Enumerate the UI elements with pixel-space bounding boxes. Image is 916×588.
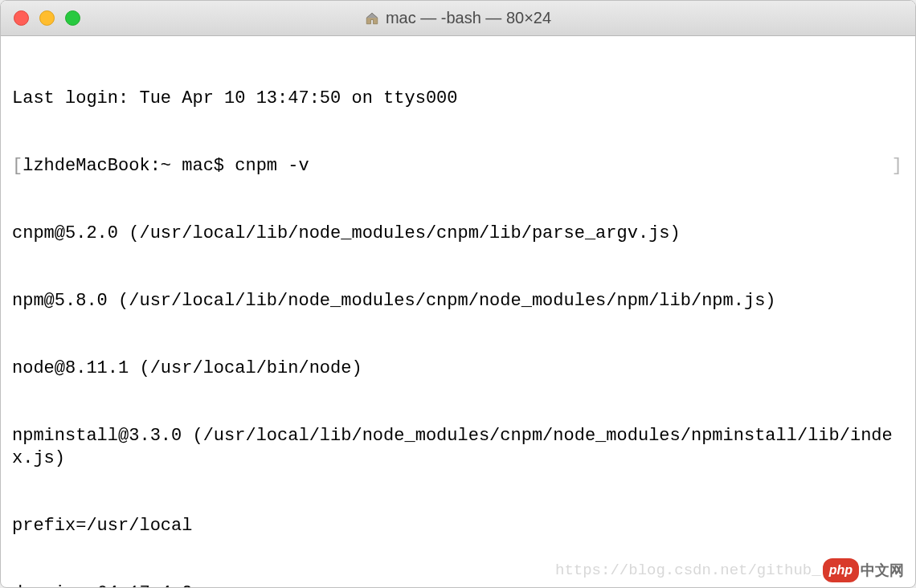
terminal-line: node@8.11.1 (/usr/local/bin/node) [12,357,904,380]
minimize-button[interactable] [39,10,55,26]
title-center: mac — -bash — 80×24 [1,9,915,27]
watermark-text: https://blog.csdn.net/github_ [555,559,821,582]
terminal-line: npminstall@3.3.0 (/usr/local/lib/node_mo… [12,425,904,470]
traffic-lights [1,10,80,26]
terminal-line: [lzhdeMacBook:~ mac$ cnpm -v] [12,155,904,178]
right-bracket: ] [892,155,902,178]
terminal-line: npm@5.8.0 (/usr/local/lib/node_modules/c… [12,290,904,312]
window-title: mac — -bash — 80×24 [386,9,551,27]
terminal-line: Last login: Tue Apr 10 13:47:50 on ttys0… [12,88,904,110]
terminal-output[interactable]: Last login: Tue Apr 10 13:47:50 on ttys0… [1,36,915,587]
terminal-line: darwin x64 17.4.0 [12,582,904,587]
titlebar: mac — -bash — 80×24 [1,1,915,36]
left-bracket: [ [12,156,22,176]
home-icon [365,11,379,26]
terminal-text: lzhdeMacBook:~ mac$ cnpm -v [22,156,309,176]
watermark-badge: php [823,558,859,582]
terminal-line: cnpm@5.2.0 (/usr/local/lib/node_modules/… [12,223,904,245]
maximize-button[interactable] [65,10,80,26]
terminal-line: prefix=/usr/local [12,515,904,537]
terminal-window: mac — -bash — 80×24 Last login: Tue Apr … [0,0,916,588]
watermark: https://blog.csdn.net/github_ php 中文网 [555,558,904,582]
close-button[interactable] [14,10,29,26]
watermark-cn: 中文网 [861,559,904,582]
